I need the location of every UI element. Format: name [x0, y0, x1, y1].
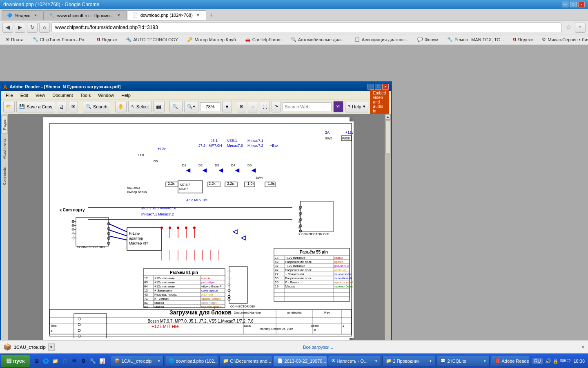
pdf-viewport[interactable]: Загрузчик для блоков Bossh M7.9.7, MP7.0… — [8, 114, 385, 359]
print-button[interactable]: 🖨 — [57, 101, 67, 112]
bookmark-autodiag[interactable]: 🔍 Автомобильные диаг... — [287, 36, 349, 44]
email-button[interactable]: ✉ — [69, 101, 78, 112]
task-explorer-dropdown[interactable]: ▾ — [430, 359, 432, 363]
zoom-in-button[interactable]: 🔍+ — [184, 101, 198, 112]
bookmark-motormaster[interactable]: 🔑 Мотор Мастер Клуб — [184, 36, 239, 44]
vertical-scrollbar[interactable]: ▲ ▼ — [385, 114, 391, 359]
svg-text:J7.2 MP7.0H: J7.2 MP7.0H — [186, 198, 207, 202]
web-search-input[interactable] — [283, 102, 332, 111]
taskbar-mail-icon[interactable]: ✉ — [70, 357, 78, 365]
zoom-out-button[interactable]: 🔍- — [169, 101, 183, 112]
menu-file[interactable]: File — [2, 92, 16, 99]
address-input[interactable] — [55, 25, 558, 30]
adobe-minimize-button[interactable]: — — [368, 84, 374, 90]
address-bar[interactable] — [51, 22, 562, 32]
download-bar-close[interactable]: × — [581, 344, 585, 350]
menu-window[interactable]: Window — [95, 92, 117, 99]
bookmark-yandex[interactable]: Я Яндекс — [94, 36, 120, 44]
yahoo-search-button[interactable]: Y! — [333, 101, 343, 112]
menu-tools[interactable]: Tools — [77, 92, 94, 99]
menu-help[interactable]: Help — [118, 92, 134, 99]
menu-edit[interactable]: Edit — [17, 92, 31, 99]
scroll-up-button[interactable]: ▲ — [385, 114, 391, 120]
attachments-panel-tab[interactable]: Attachments — [2, 135, 7, 162]
taskbar-misc1-icon[interactable]: ⚙ — [80, 357, 88, 365]
bookmark-yandex-label: Яндекс — [102, 37, 117, 42]
bookmark-carhelpforum[interactable]: 🚗 CarHelpForum — [242, 36, 285, 44]
task-napisat[interactable]: ✉ Написать - О... ▾ — [328, 356, 381, 366]
settings-button[interactable]: ≡ — [575, 22, 586, 33]
search-button[interactable]: 🔍 Search — [83, 101, 110, 112]
open-button[interactable]: 📂 — [3, 101, 15, 112]
save-copy-button[interactable]: 💾 Save a Copy — [16, 101, 55, 112]
svg-text:M7.9.7: M7.9.7 — [180, 183, 190, 186]
tab-yandex[interactable]: 🔷 Яндекс × — [2, 10, 44, 20]
taskbar-explorer-icon[interactable]: 📁 — [51, 357, 60, 365]
bookmark-forum[interactable]: 💬 Форум — [414, 36, 441, 44]
forward-button[interactable]: ▶ — [15, 22, 25, 33]
bookmark-autotech[interactable]: 🔩 AUTO TECHNOLOGY — [122, 36, 181, 44]
taskbar-misc2-icon[interactable]: 🔧 — [89, 357, 97, 365]
tab-chipsoft[interactable]: 🔧 www.chipsoft.ru :: Просмо... × — [44, 10, 127, 20]
bookmark-man[interactable]: 🔧 Ремонт MAN TGX, TG... — [444, 36, 507, 44]
tab-close-chipsoft[interactable]: × — [116, 13, 122, 18]
new-tab-button[interactable]: + — [206, 10, 216, 20]
start-button[interactable]: ⊞ пуск — [1, 355, 30, 368]
task-download[interactable]: 🌐 download.php (102... — [165, 356, 218, 366]
svg-text:зелено-белый: зелено-белый — [334, 285, 354, 288]
close-button[interactable]: × — [578, 2, 585, 7]
rotate-cw-button[interactable]: ↷ — [272, 101, 281, 112]
taskbar-misc3-icon[interactable]: 📊 — [98, 357, 107, 365]
task-explorer[interactable]: 📁 2 Проводник ▾ — [382, 356, 435, 366]
bookmark-mikas[interactable]: ⚙ Микас-Сервис • Лич... — [539, 36, 588, 44]
pages-panel-tab[interactable]: Pages — [1, 116, 8, 134]
task-1cau[interactable]: 📦 1CAU_сток.zip ▾ — [111, 356, 164, 366]
adobe-maximize-button[interactable]: □ — [375, 84, 381, 90]
menu-view[interactable]: View — [32, 92, 49, 99]
bookmark-mail[interactable]: ✉ Почта — [2, 36, 27, 44]
scroll-thumb[interactable] — [385, 121, 390, 153]
bookmark-star[interactable]: ☆ — [564, 22, 573, 32]
fit-width-button[interactable]: ↔ — [248, 101, 258, 112]
zoom-dropdown[interactable]: ▼ — [222, 101, 232, 112]
snapshot-tool[interactable]: 📷 — [153, 101, 165, 112]
download-dropdown-button[interactable]: ▾ — [48, 343, 55, 351]
svg-text:Title:: Title: — [51, 324, 57, 327]
taskbar-browser-icon[interactable]: 🌐 — [42, 357, 50, 365]
task-icq[interactable]: 💬 2 ICQLite ▾ — [437, 356, 490, 366]
tab-download[interactable]: 📄 download.php (1024×768) × — [127, 10, 206, 20]
hand-tool[interactable]: ✋ — [115, 101, 127, 112]
search-icon: 🔍 — [86, 104, 91, 109]
tab-close-download[interactable]: × — [195, 12, 201, 18]
all-downloads-link[interactable]: Все загрузки... — [303, 345, 333, 350]
adobe-close-button[interactable]: × — [382, 84, 389, 90]
fit-page-button[interactable]: ⊡ — [237, 101, 246, 112]
maximize-button[interactable]: □ — [570, 2, 577, 7]
taskbar-media-icon[interactable]: 🎵 — [61, 357, 69, 365]
select-tool[interactable]: ↖ Select — [128, 101, 152, 112]
taskbar-show-desktop[interactable]: 🖥 — [33, 357, 41, 365]
svg-text:64: 64 — [144, 285, 148, 288]
zoom-input[interactable] — [200, 102, 220, 111]
task-icq-dropdown[interactable]: ▾ — [484, 359, 486, 363]
task-napisat-dropdown[interactable]: ▾ — [375, 359, 377, 363]
tab-close-yandex[interactable]: × — [33, 13, 38, 18]
reload-button[interactable]: ↻ — [27, 22, 38, 33]
svg-text:D5: D5 — [154, 159, 158, 163]
bookmark-yandex2[interactable]: Я Яндекс — [510, 36, 536, 44]
full-screen-button[interactable]: ⛶ — [260, 101, 270, 112]
help-button[interactable]: ? Help ▾ — [345, 101, 368, 112]
language-selector[interactable]: RU — [532, 358, 543, 364]
task-1cau-dropdown[interactable]: ▾ — [158, 359, 160, 363]
bookmark-chiptuner[interactable]: 🔧 ChipTuner Forum - Ро... — [29, 36, 91, 44]
menu-document[interactable]: Document — [49, 92, 76, 99]
minimize-button[interactable]: — — [562, 2, 568, 7]
bookmark-assoc[interactable]: 📋 Ассоциация диагнос... — [351, 36, 412, 44]
home-button[interactable]: ⌂ — [39, 22, 50, 33]
back-button[interactable]: ◀ — [2, 22, 13, 33]
task-docs[interactable]: 📁 C:\Documents and... — [219, 356, 272, 366]
task-pdf[interactable]: 📄 2013-03-22_19070... — [274, 356, 327, 366]
comments-panel-tab[interactable]: Comments — [2, 164, 7, 188]
adobe-logo-icon: A — [3, 84, 7, 90]
task-adobe[interactable]: 📕 Adobe Reader ... — [491, 356, 529, 366]
